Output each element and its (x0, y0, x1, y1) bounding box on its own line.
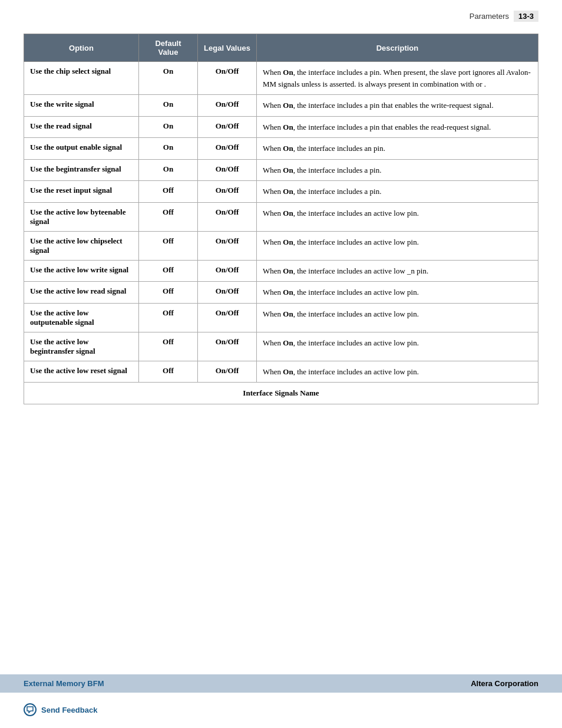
cell-default: Off (139, 181, 198, 203)
cell-description: When On, the interface includes a pin th… (257, 116, 538, 138)
cell-default: Off (139, 361, 198, 383)
table-row: Use the active low reset signalOffOn/Off… (24, 361, 538, 383)
cell-option: Use the active low reset signal (24, 361, 139, 383)
cell-legal: On/Off (198, 138, 257, 160)
cell-default: Off (139, 303, 198, 332)
cell-description: When On, the interface includes an activ… (257, 282, 538, 304)
col-option: Option (24, 34, 139, 62)
table-row: Use the begintransfer signalOnOn/OffWhen… (24, 159, 538, 181)
cell-default: Off (139, 202, 198, 231)
page-container: Parameters 13-3 Option Default Value Leg… (0, 0, 562, 728)
cell-legal: On/Off (198, 202, 257, 231)
cell-description: When On, the interface includes an activ… (257, 231, 538, 260)
cell-legal: On/Off (198, 231, 257, 260)
cell-legal: On/Off (198, 116, 257, 138)
cell-option: Use the active low outputenable signal (24, 303, 139, 332)
cell-description: When On, the interface includes an activ… (257, 332, 538, 361)
table-row: Use the active low read signalOffOn/OffW… (24, 282, 538, 304)
cell-description: When On, the interface includes an pin. (257, 138, 538, 160)
parameters-table: Option Default Value Legal Values Descri… (24, 34, 538, 404)
table-row: Use the chip select signalOnOn/OffWhen O… (24, 62, 538, 95)
col-default: Default Value (139, 34, 198, 62)
cell-option: Use the active low chipselect signal (24, 231, 139, 260)
col-legal: Legal Values (198, 34, 257, 62)
cell-description: When On, the interface includes an activ… (257, 202, 538, 231)
cell-legal: On/Off (198, 62, 257, 95)
cell-description: When On, the interface includes a pin. W… (257, 62, 538, 95)
chapter-label: Parameters (470, 12, 509, 21)
cell-legal: On/Off (198, 181, 257, 203)
table-row: Use the output enable signalOnOn/OffWhen… (24, 138, 538, 160)
cell-legal: On/Off (198, 332, 257, 361)
cell-description: When On, the interface includes an activ… (257, 361, 538, 383)
feedback-link[interactable]: Send Feedback (41, 706, 97, 714)
footer-right-text: Altera Corporation (471, 679, 538, 688)
cell-option: Use the active low begintransfer signal (24, 332, 139, 361)
cell-default: Off (139, 260, 198, 282)
cell-option: Use the active low byteenable signal (24, 202, 139, 231)
cell-option: Use the reset input signal (24, 181, 139, 203)
cell-default: Off (139, 332, 198, 361)
cell-legal: On/Off (198, 282, 257, 304)
cell-description: When On, the interface includes a pin. (257, 159, 538, 181)
cell-default: On (139, 95, 198, 117)
cell-default: On (139, 138, 198, 160)
cell-description: When On, the interface includes an activ… (257, 303, 538, 332)
table-row: Use the active low begintransfer signalO… (24, 332, 538, 361)
col-description: Description (257, 34, 538, 62)
cell-default: On (139, 62, 198, 95)
page-number: 13-3 (514, 11, 538, 22)
table-row: Use the write signalOnOn/OffWhen On, the… (24, 95, 538, 117)
cell-option: Use the read signal (24, 116, 139, 138)
table-row: Use the active low byteenable signalOffO… (24, 202, 538, 231)
cell-legal: On/Off (198, 361, 257, 383)
cell-default: Off (139, 282, 198, 304)
table-row: Use the reset input signalOffOn/OffWhen … (24, 181, 538, 203)
cell-legal: On/Off (198, 95, 257, 117)
feedback-section[interactable]: Send Feedback (24, 703, 97, 716)
cell-legal: On/Off (198, 159, 257, 181)
cell-legal: On/Off (198, 260, 257, 282)
cell-option: Use the active low write signal (24, 260, 139, 282)
cell-default: On (139, 159, 198, 181)
table-row: Use the read signalOnOn/OffWhen On, the … (24, 116, 538, 138)
page-footer: External Memory BFM Altera Corporation (0, 674, 562, 693)
table-row: Use the active low write signalOffOn/Off… (24, 260, 538, 282)
table-row: Use the active low chipselect signalOffO… (24, 231, 538, 260)
cell-default: Off (139, 231, 198, 260)
cell-option: Use the write signal (24, 95, 139, 117)
cell-option: Use the chip select signal (24, 62, 139, 95)
cell-description: When On, the interface includes a pin th… (257, 95, 538, 117)
table-header-row: Option Default Value Legal Values Descri… (24, 34, 538, 62)
cell-default: On (139, 116, 198, 138)
table-row: Use the active low outputenable signalOf… (24, 303, 538, 332)
cell-description: When On, the interface includes an activ… (257, 260, 538, 282)
table-footer-row: Interface Signals Name (24, 383, 538, 404)
cell-description: When On, the interface includes a pin. (257, 181, 538, 203)
feedback-icon (24, 703, 37, 716)
cell-option: Use the begintransfer signal (24, 159, 139, 181)
cell-legal: On/Off (198, 303, 257, 332)
page-header: Parameters 13-3 (0, 0, 562, 28)
cell-option: Use the output enable signal (24, 138, 139, 160)
cell-option: Use the active low read signal (24, 282, 139, 304)
interface-signals-label: Interface Signals Name (24, 383, 538, 404)
main-content: Option Default Value Legal Values Descri… (0, 28, 562, 416)
footer-left-text: External Memory BFM (24, 679, 104, 688)
